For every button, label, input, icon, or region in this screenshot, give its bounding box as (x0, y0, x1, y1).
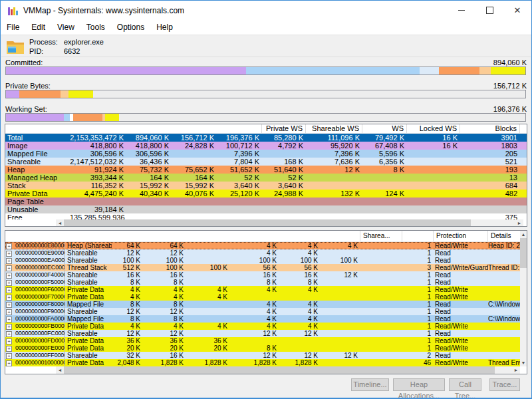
detail-row-0000000000F40000[interactable]: +0000000000F40000Shareable16 K16 K16 K16… (5, 271, 527, 279)
summary-value-cell: 3,640 K (262, 182, 306, 190)
expand-plus-icon[interactable]: + (6, 302, 12, 308)
gauge-label-committed: Committed: (5, 59, 43, 66)
expand-plus-icon[interactable]: + (6, 360, 12, 366)
detail-value-cell: 100 K (279, 257, 321, 264)
menu-item-tools[interactable]: Tools (80, 20, 111, 35)
detail-row-0000000001000000[interactable]: +0000000001000000Private Data2,048 K1,82… (5, 359, 527, 366)
detail-row-0000000000E90000[interactable]: +0000000000E90000Shareable12 K12 K4 K4 K… (5, 249, 527, 257)
detail-blocks: 3 (402, 264, 434, 271)
detail-row-0000000000F80000[interactable]: +0000000000F80000Mapped File8 K8 K4 K4 K… (5, 301, 527, 308)
scroll-right-icon[interactable]: ► (515, 221, 523, 225)
detail-row-0000000000F60000[interactable]: +0000000000F60000Private Data4 K4 K4 K4 … (5, 286, 527, 293)
detail-value-cell: 4 K (230, 308, 279, 315)
button-calltree[interactable]: Call Tree... (449, 378, 481, 391)
summary-value-cell: 95,920 K (306, 142, 362, 150)
expand-plus-icon[interactable]: + (6, 251, 12, 257)
button-timeline[interactable]: Timeline... (351, 378, 389, 391)
button-heapallocations[interactable]: Heap Allocations... (393, 378, 445, 391)
detail-row-0000000000FE0000[interactable]: +0000000000FE0000Private Data20 K20 K20 … (5, 344, 527, 352)
scroll-right-icon[interactable]: ► (512, 368, 520, 372)
summary-value-cell: 15,992 K (172, 182, 217, 190)
expand-plus-icon[interactable]: + (6, 265, 12, 271)
expand-plus-icon[interactable]: + (6, 243, 12, 249)
detail-row-0000000000FF0000[interactable]: +0000000000FF0000Shareable32 K16 K12 K12… (5, 352, 527, 359)
detail-row-0000000000FB0000[interactable]: +0000000000FB0000Private Data4 K4 K4 K4 … (5, 323, 527, 330)
scrollbar-thumb[interactable] (64, 366, 495, 374)
summary-value-cell: 24,988 K (262, 190, 306, 198)
detail-row-0000000000FD0000[interactable]: +0000000000FD0000Private Data36 K36 K36 … (5, 337, 527, 344)
summary-value-cell: 16 K (407, 142, 460, 150)
scroll-left-icon[interactable]: ◄ (56, 368, 64, 372)
detail-header-shareable[interactable]: Sharea... (360, 231, 402, 241)
summary-row-stack[interactable]: Stack116,352 K15,992 K15,992 K3,640 K3,6… (5, 182, 527, 190)
expand-plus-icon[interactable]: + (6, 331, 12, 337)
summary-row-mapped-file[interactable]: Mapped File306,596 K306,596 K7,396 K7,39… (5, 150, 527, 158)
detail-horizontal-scrollbar[interactable]: ◄ ► (5, 366, 520, 374)
summary-header-locked-ws[interactable]: Locked WS (407, 124, 460, 133)
summary-row-managed-heap[interactable]: Managed Heap393,344 K164 K164 K52 K52 K1… (5, 174, 527, 182)
detail-value-cell: 4 K (112, 293, 143, 301)
gauge-segment (19, 90, 61, 98)
expand-plus-icon[interactable]: + (6, 346, 12, 352)
scroll-up-icon[interactable]: ▲ (521, 231, 526, 238)
detail-protection: Read (434, 330, 488, 337)
scroll-left-icon[interactable]: ◄ (56, 221, 64, 225)
scroll-down-icon[interactable]: ▼ (521, 359, 526, 366)
summary-horizontal-scrollbar[interactable]: ◄ ► (5, 219, 527, 226)
scrollbar-thumb[interactable] (64, 219, 471, 226)
maximize-button[interactable] (475, 1, 503, 20)
detail-header-protection[interactable]: Protection (434, 231, 488, 241)
detail-header-details[interactable]: Details (488, 231, 521, 241)
summary-row-private-data[interactable]: Private Data4,475,240 K40,340 K40,076 K2… (5, 190, 527, 198)
menu-item-options[interactable]: Options (111, 20, 150, 35)
detail-row-0000000000F70000[interactable]: +0000000000F70000Private Data4 K4 K4 K1R… (5, 293, 527, 301)
summary-row-total[interactable]: Total2,153,353,472 K894,060 K156,712 K19… (5, 134, 527, 142)
detail-value-cell (279, 293, 321, 301)
summary-value-cell: 6,356 K (362, 158, 407, 166)
summary-header-blocks[interactable]: Blocks (460, 124, 520, 133)
summary-row-image[interactable]: Image418,800 K418,800 K24,828 K100,712 K… (5, 142, 527, 150)
expand-plus-icon[interactable]: + (6, 338, 12, 344)
summary-value-cell: 16 K (407, 134, 460, 142)
detail-value-cell: 36 K (112, 337, 143, 344)
detail-row-0000000000F50000[interactable]: +0000000000F50000Shareable8 K8 K8 K8 K1R… (5, 279, 527, 286)
detail-protection: Read/Write (434, 337, 488, 344)
expand-plus-icon[interactable]: + (6, 317, 12, 323)
detail-row-0000000000FC0000[interactable]: +0000000000FC0000Shareable12 K12 K12 K12… (5, 330, 527, 337)
gauge-segment (73, 114, 103, 121)
expand-plus-icon[interactable]: + (6, 324, 12, 330)
menu-item-edit[interactable]: Edit (25, 20, 51, 35)
detail-row-0000000000EA0000[interactable]: +0000000000EA0000Shareable100 K100 K100 … (5, 257, 527, 264)
detail-vertical-scrollbar[interactable]: ▲ ▼ (520, 231, 527, 366)
expand-plus-icon[interactable]: + (6, 280, 12, 286)
summary-row-heap[interactable]: Heap91,924 K75,732 K75,652 K51,652 K51,6… (5, 166, 527, 174)
button-trace[interactable]: Trace... (489, 378, 520, 391)
detail-row-0000000000EC0000[interactable]: +0000000000EC0000Thread Stack512 K100 K1… (5, 264, 527, 271)
detail-row-0000000000FA0000[interactable]: +0000000000FA0000Mapped File8 K8 K4 K4 K… (5, 315, 527, 323)
scrollbar-thumb[interactable] (520, 238, 527, 268)
summary-header-shareable-ws[interactable]: Shareable WS (306, 124, 362, 133)
expand-plus-icon[interactable]: + (6, 353, 12, 359)
expand-plus-icon[interactable]: + (6, 273, 12, 279)
close-button[interactable]: ✕ (503, 1, 531, 20)
menu-item-view[interactable]: View (51, 20, 80, 35)
detail-blocks: 1 (402, 286, 434, 293)
minimize-button[interactable] (448, 1, 475, 20)
summary-row-page-table[interactable]: Page Table (5, 198, 527, 205)
menu-item-file[interactable]: File (1, 20, 25, 35)
expand-plus-icon[interactable]: + (6, 309, 12, 315)
summary-header-ws[interactable]: WS (362, 124, 407, 133)
summary-row-shareable[interactable]: Shareable2,147,512,032 K36,436 K7,804 K1… (5, 158, 527, 166)
summary-header-private-ws[interactable]: Private WS (262, 124, 306, 133)
detail-blocks: 2 (402, 352, 434, 359)
summary-row-unusable[interactable]: Unusable39,184 K (5, 205, 527, 213)
detail-row-0000000000F90000[interactable]: +0000000000F90000Shareable12 K12 K4 K4 K… (5, 308, 527, 315)
menu-item-help[interactable]: Help (150, 20, 179, 35)
detail-header-blocks-blank[interactable] (402, 231, 434, 241)
detail-row-0000000000E80000[interactable]: +0000000000E80000Heap (Shareable)64 K64 … (5, 242, 527, 249)
expand-plus-icon[interactable]: + (6, 287, 12, 293)
expand-plus-icon[interactable]: + (6, 258, 12, 264)
expand-plus-icon[interactable]: + (6, 295, 12, 301)
detail-expander-cell: + (5, 279, 14, 286)
detail-address: 0000000000FA0000 (14, 315, 65, 323)
